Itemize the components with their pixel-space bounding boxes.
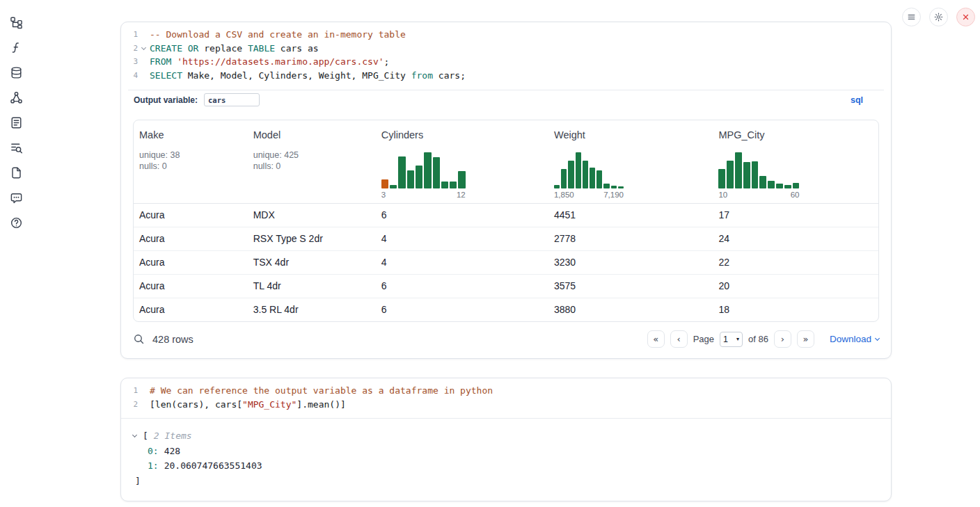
table-cell: Acura: [134, 227, 248, 250]
tree-entry[interactable]: 1:20.060747663551403: [133, 458, 879, 474]
histogram-bar: [611, 186, 617, 188]
column-histogram[interactable]: 1060: [718, 152, 799, 199]
histogram-bar: [450, 182, 457, 188]
sidebar-button-snippets[interactable]: [8, 165, 24, 180]
sidebar-button-outline[interactable]: [8, 140, 24, 155]
gutter-spacer: [138, 384, 150, 398]
row-count: 428 rows: [152, 334, 193, 345]
output-variable-label: Output variable:: [134, 95, 198, 105]
snippets-icon: [10, 166, 23, 179]
code-text: FROM 'https://datasets.marimo.app/cars.c…: [150, 55, 389, 69]
search-icon[interactable]: [133, 333, 145, 345]
histogram-bar: [784, 185, 791, 188]
sidebar-button-help[interactable]: [8, 215, 24, 230]
histogram-bar: [568, 161, 574, 188]
line-number: 2: [121, 398, 138, 412]
gutter-spacer: [138, 398, 150, 412]
download-button[interactable]: Download: [830, 334, 879, 344]
histogram-bars: [381, 152, 466, 188]
column-name: Weight: [554, 129, 707, 140]
table-cell: 3880: [548, 298, 713, 321]
sidebar-button-dependency-graph[interactable]: [8, 90, 24, 105]
sidebar-button-file-explorer[interactable]: [8, 15, 24, 30]
column-name: Cylinders: [381, 129, 543, 140]
settings-button[interactable]: [929, 8, 948, 26]
histogram-bar: [458, 171, 465, 188]
histogram-bar: [583, 161, 588, 188]
table-cell: TL 4dr: [248, 275, 376, 298]
scratchpad-icon: [10, 41, 23, 54]
histogram-bar: [576, 152, 581, 188]
python-code-editor[interactable]: 1# We can reference the output variable …: [121, 378, 891, 418]
table-row[interactable]: AcuraMDX6445117: [134, 204, 878, 227]
table-row[interactable]: AcuraTSX 4dr4323022: [134, 250, 878, 274]
tree-entry[interactable]: 0:428: [133, 444, 879, 459]
bracket-close: ]: [133, 474, 141, 489]
sidebar-button-logs[interactable]: [8, 115, 24, 130]
table-cell: 6: [376, 275, 548, 298]
histogram-bar: [424, 152, 431, 188]
notebook: 1-- Download a CSV and create an in-memo…: [120, 22, 892, 507]
topbar: [902, 8, 975, 26]
output-variable-input[interactable]: [204, 93, 260, 106]
python-cell: 1# We can reference the output variable …: [120, 378, 892, 501]
line-number: 2: [121, 42, 138, 56]
select-caret-icon: ▾: [736, 336, 739, 342]
table-row[interactable]: AcuraTL 4dr6357520: [134, 274, 878, 298]
sidebar-button-scratchpad[interactable]: [8, 40, 24, 55]
column-header-mpg_city[interactable]: MPG_City1060: [713, 120, 878, 203]
bracket-open: [: [143, 428, 148, 444]
table-row[interactable]: AcuraRSX Type S 2dr4277824: [134, 227, 878, 250]
sidebar: [0, 0, 32, 230]
histogram-bar: [390, 185, 397, 188]
column-header-weight[interactable]: Weight1,8507,190: [548, 120, 713, 203]
column-stats: unique: 425nulls: 0: [253, 150, 370, 172]
file-explorer-icon: [10, 16, 23, 29]
code-text: SELECT Make, Model, Cylinders, Weight, M…: [150, 69, 466, 83]
code-line: 1-- Download a CSV and create an in-memo…: [121, 28, 891, 42]
sidebar-button-chat[interactable]: [8, 190, 24, 205]
table-cell: 20: [713, 275, 878, 298]
histogram-bar: [561, 169, 567, 188]
histogram-bar: [398, 156, 405, 188]
histogram-bar: [441, 182, 448, 188]
tree-entries: 0:4281:20.060747663551403: [133, 444, 879, 474]
gutter-spacer: [138, 28, 150, 42]
last-page-button[interactable]: »: [797, 330, 814, 348]
column-name: Model: [253, 129, 370, 140]
code-text: -- Download a CSV and create an in-memor…: [150, 28, 406, 42]
next-page-button[interactable]: ›: [774, 330, 791, 348]
table-cell: Acura: [134, 204, 248, 227]
column-header-cylinders[interactable]: Cylinders312: [376, 120, 548, 203]
table-cell: Acura: [134, 275, 248, 298]
column-histogram[interactable]: 312: [381, 152, 466, 199]
table-cell: 17: [713, 204, 878, 227]
first-page-button[interactable]: «: [647, 330, 665, 348]
menu-button[interactable]: [902, 8, 921, 26]
histogram-bar: [407, 170, 414, 188]
gear-icon: [933, 12, 944, 22]
column-header-model[interactable]: Modelunique: 425nulls: 0: [248, 120, 376, 203]
prev-page-button[interactable]: ‹: [670, 330, 688, 348]
table-body: AcuraMDX6445117AcuraRSX Type S 2dr427782…: [134, 204, 878, 321]
table-cell: 2778: [548, 227, 713, 250]
code-text: # We can reference the output variable a…: [150, 384, 493, 398]
collapse-chevron-icon[interactable]: [133, 435, 143, 437]
column-histogram[interactable]: 1,8507,190: [554, 152, 624, 199]
table-cell: 22: [713, 251, 878, 274]
table-row[interactable]: Acura3.5 RL 4dr6388018: [134, 298, 878, 321]
column-header-make[interactable]: Makeunique: 38nulls: 0: [134, 120, 248, 203]
table-cell: 3230: [548, 251, 713, 274]
table-cell: Acura: [134, 298, 248, 321]
page-select[interactable]: 1 ▾: [720, 332, 743, 347]
chat-icon: [10, 191, 23, 204]
column-stats: unique: 38nulls: 0: [139, 150, 242, 172]
fold-chevron-icon[interactable]: [138, 42, 150, 56]
data-table: Makeunique: 38nulls: 0Modelunique: 425nu…: [133, 120, 879, 322]
histogram-bar: [735, 152, 742, 188]
shutdown-button[interactable]: [956, 8, 975, 26]
sidebar-button-datasources[interactable]: [8, 65, 24, 80]
sql-code-editor[interactable]: 1-- Download a CSV and create an in-memo…: [121, 22, 891, 90]
code-line: 1# We can reference the output variable …: [121, 384, 891, 398]
histogram-bar: [718, 169, 725, 188]
